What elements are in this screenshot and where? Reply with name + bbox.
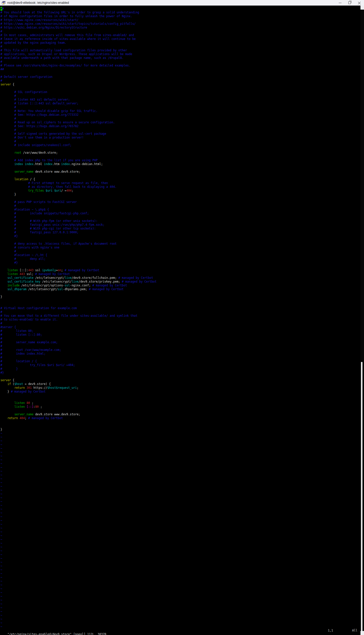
code-line-31: # Read up on ssl_ciphers to ensure a sec…	[1, 121, 360, 124]
putty-window: { "window": { "title": "root@dev9-eliteb…	[0, 0, 364, 635]
status-file-info: "/etc/nginx/sites-enabled/dev9.store" [n…	[7, 632, 106, 635]
tilde-line: ~	[1, 534, 360, 538]
scrollbar[interactable]	[360, 6, 364, 635]
code-line-43	[1, 166, 360, 170]
tilde-line: ~	[1, 568, 360, 572]
code-line-101: return 301 https://$host$request_uri;	[1, 386, 360, 390]
code-line-110	[1, 420, 360, 424]
tilde-line: ~	[1, 435, 360, 439]
tilde-line: ~	[1, 439, 360, 443]
tilde-line: ~	[1, 519, 360, 523]
code-line-103	[1, 394, 360, 397]
putty-icon	[2, 1, 6, 5]
code-line-12: # This file will automatically load conf…	[1, 49, 360, 52]
code-line-53: #	[1, 204, 360, 208]
tilde-line: ~	[1, 557, 360, 560]
code-line-85: #server {	[1, 325, 360, 329]
tilde-line: ~	[1, 602, 360, 606]
status-bar: "/etc/nginx/sites-enabled/dev9.store" [n…	[1, 629, 360, 632]
code-line-19: # Default server configuration	[1, 75, 360, 79]
terminal-screen[interactable]: ### You should look at the following URL…	[0, 6, 360, 635]
code-line-96: # }	[1, 367, 360, 371]
code-line-82: # You can move that to a different file …	[1, 314, 360, 318]
code-line-22	[1, 86, 360, 90]
tilde-line: ~	[1, 549, 360, 553]
scrollbar-thumb[interactable]	[361, 362, 362, 631]
tilde-line: ~	[1, 587, 360, 591]
tilde-line: ~	[1, 606, 360, 610]
code-line-9: # leave it as reference inside of sites-…	[1, 37, 360, 41]
code-line-64: # concurs with nginx's one	[1, 246, 360, 250]
code-line-78	[1, 299, 360, 303]
code-line-79	[1, 303, 360, 306]
tilde-line: ~	[1, 504, 360, 507]
tilde-line: ~	[1, 454, 360, 458]
code-line-72: ssl_certificate /etc/letsencrypt/live/de…	[1, 276, 360, 280]
code-line-13: # applications, such as Drupal or Wordpr…	[1, 52, 360, 56]
tilde-line: ~	[1, 625, 360, 629]
tilde-line: ~	[1, 458, 360, 462]
tilde-line: ~	[1, 576, 360, 579]
code-line-92: # index index.html;	[1, 352, 360, 356]
tilde-line: ~	[1, 541, 360, 545]
tilde-line: ~	[1, 515, 360, 519]
code-line-24: #	[1, 94, 360, 98]
code-line-10: # updated by the nginx packaging team.	[1, 41, 360, 45]
scrollbar-up-button[interactable]	[360, 6, 364, 10]
code-line-57: # # With php-fpm (or other unix sockets)…	[1, 219, 360, 223]
tilde-line: ~	[1, 432, 360, 435]
tilde-line: ~	[1, 564, 360, 568]
code-line-68: #}	[1, 261, 360, 265]
code-line-36: #	[1, 140, 360, 143]
code-line-87: # listen [::]:80;	[1, 333, 360, 337]
code-line-89: # server_name example.com;	[1, 341, 360, 344]
tilde-line: ~	[1, 492, 360, 496]
tilde-line: ~	[1, 469, 360, 473]
code-line-51	[1, 196, 360, 200]
code-line-75: ssl_dhparam /etc/letsencrypt/ssl-dhparam…	[1, 287, 360, 291]
tilde-line: ~	[1, 507, 360, 511]
tilde-line: ~	[1, 473, 360, 477]
code-line-83: # to sites-enabled/ to enable it.	[1, 318, 360, 322]
code-line-107	[1, 409, 360, 413]
code-line-105: listen 80 ;	[1, 401, 360, 405]
code-line-95: # try_files $uri $uri/ =404;	[1, 363, 360, 367]
tilde-line: ~	[1, 481, 360, 485]
code-line-80: # Virtual Host configuration for example…	[1, 306, 360, 310]
tilde-line: ~	[1, 591, 360, 595]
code-line-40	[1, 155, 360, 158]
close-button[interactable]	[354, 0, 364, 6]
code-line-76	[1, 291, 360, 295]
code-line-106: listen [::]:80 ;	[1, 405, 360, 409]
code-line-8: # In most cases, administrators will rem…	[1, 33, 360, 37]
title-bar: root@dev9-elitebook: /etc/nginx/sites-en…	[0, 0, 364, 6]
code-line-99: server {	[1, 378, 360, 382]
code-line-84: #	[1, 322, 360, 325]
code-line-54: #location ~ \.php$ {	[1, 208, 360, 212]
code-line-48: # as directory, then fall back to displa…	[1, 185, 360, 189]
minimize-button[interactable]	[335, 0, 345, 6]
scrollbar-down-button[interactable]	[360, 631, 364, 635]
code-line-37: # include snippets/snakeoil.conf;	[1, 143, 360, 147]
code-line-67: # deny all;	[1, 257, 360, 261]
code-line-1: ##	[1, 7, 360, 11]
code-line-50: }	[1, 193, 360, 196]
tilde-line: ~	[1, 462, 360, 466]
restore-button[interactable]	[345, 0, 354, 6]
tilde-line: ~	[1, 443, 360, 447]
restore-icon	[348, 2, 351, 4]
tilde-line: ~	[1, 477, 360, 481]
tilde-line: ~	[1, 598, 360, 602]
code-line-59: # # With php-cgi (or other tcp sockets):	[1, 227, 360, 231]
code-line-98	[1, 375, 360, 378]
tilde-line: ~	[1, 485, 360, 488]
tilde-line: ~	[1, 496, 360, 500]
code-line-111	[1, 424, 360, 428]
window-title: root@dev9-elitebook: /etc/nginx/sites-en…	[7, 1, 69, 5]
code-line-102: } # managed by Certbot	[1, 390, 360, 394]
code-line-65: #	[1, 250, 360, 253]
code-line-33: #	[1, 128, 360, 132]
code-line-32: # See: https://bugs.debian.org/765782	[1, 124, 360, 128]
code-line-109: return 404; # managed by Certbot	[1, 416, 360, 420]
code-line-25: # listen 443 ssl default_server;	[1, 98, 360, 102]
